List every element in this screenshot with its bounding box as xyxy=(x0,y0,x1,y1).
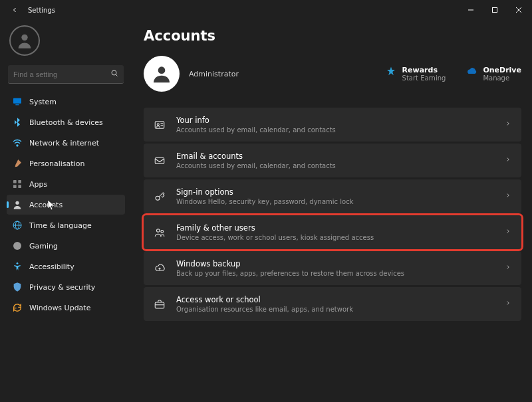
svg-rect-8 xyxy=(15,104,19,105)
window-controls xyxy=(459,1,531,19)
shield-icon xyxy=(12,282,23,292)
onedrive-icon xyxy=(466,66,477,78)
chevron-right-icon xyxy=(505,120,511,129)
promo-onedrive[interactable]: OneDrive Manage xyxy=(466,66,521,82)
back-button[interactable] xyxy=(5,1,24,19)
search-icon xyxy=(110,69,118,79)
close-button[interactable] xyxy=(507,1,531,19)
display-icon xyxy=(12,96,23,107)
svg-rect-25 xyxy=(155,157,164,163)
card-title: Email & accounts xyxy=(176,151,336,161)
nav-label: Accounts xyxy=(29,201,63,209)
search-input-wrapper[interactable] xyxy=(8,65,124,84)
nav-label: Network & internet xyxy=(29,139,99,148)
svg-point-9 xyxy=(17,145,18,146)
svg-point-22 xyxy=(157,123,159,125)
promo-sub: Start Earning xyxy=(402,74,446,82)
nav-label: Apps xyxy=(29,180,47,189)
accessibility-icon xyxy=(12,261,23,272)
nav-apps[interactable]: Apps xyxy=(7,174,125,194)
nav-privacy[interactable]: Privacy & security xyxy=(7,277,125,297)
nav-label: Gaming xyxy=(29,242,58,251)
card-email-accounts[interactable]: Email & accounts Accounts used by email,… xyxy=(144,144,521,177)
card-signin-options[interactable]: Sign-in options Windows Hello, security … xyxy=(144,179,521,213)
sidebar: System Bluetooth & devices Network & int… xyxy=(0,20,130,402)
svg-point-27 xyxy=(157,229,160,232)
nav-update[interactable]: Windows Update xyxy=(7,298,125,318)
card-subtitle: Device access, work or school users, kio… xyxy=(176,234,374,241)
svg-point-5 xyxy=(112,70,116,75)
svg-point-28 xyxy=(161,230,164,233)
promo-title: Rewards xyxy=(402,66,446,74)
nav-accessibility[interactable]: Accessibility xyxy=(7,256,125,276)
person-icon xyxy=(12,199,23,210)
card-windows-backup[interactable]: Windows backup Back up your files, apps,… xyxy=(144,251,521,285)
promo-row: Rewards Start Earning OneDrive Manage xyxy=(385,66,521,82)
nav-label: Time & language xyxy=(29,221,92,230)
card-title: Your info xyxy=(176,116,336,125)
id-card-icon xyxy=(154,119,166,131)
nav-label: Personalisation xyxy=(29,159,84,168)
svg-point-26 xyxy=(156,196,160,200)
nav-label: Accessibility xyxy=(29,262,74,271)
titlebar: Settings xyxy=(0,0,532,20)
card-work-school[interactable]: Access work or school Organisation resou… xyxy=(144,287,521,321)
nav: System Bluetooth & devices Network & int… xyxy=(7,92,125,318)
account-avatar[interactable] xyxy=(144,56,180,92)
card-subtitle: Accounts used by email, calendar, and co… xyxy=(176,126,336,134)
window-title: Settings xyxy=(28,7,55,14)
promo-title: OneDrive xyxy=(483,66,521,74)
svg-line-6 xyxy=(116,74,117,76)
card-subtitle: Windows Hello, security key, password, d… xyxy=(176,198,353,205)
nav-accounts[interactable]: Accounts xyxy=(7,195,125,215)
nav-gaming[interactable]: Gaming xyxy=(7,236,125,256)
globe-icon xyxy=(12,220,23,231)
svg-rect-13 xyxy=(18,185,21,188)
key-icon xyxy=(154,191,166,203)
svg-point-4 xyxy=(21,35,27,41)
maximize-button[interactable] xyxy=(483,1,507,19)
mail-icon xyxy=(154,155,166,167)
card-subtitle: Accounts used by email, calendar, and co… xyxy=(176,162,336,169)
minimize-button[interactable] xyxy=(459,1,483,19)
gaming-icon xyxy=(12,241,23,251)
nav-personalisation[interactable]: Personalisation xyxy=(7,153,125,173)
card-title: Sign-in options xyxy=(176,187,353,197)
card-title: Family & other users xyxy=(176,223,374,233)
nav-label: Windows Update xyxy=(29,304,90,312)
user-avatar[interactable] xyxy=(9,25,40,56)
svg-rect-11 xyxy=(18,180,21,183)
search-input[interactable] xyxy=(13,70,108,78)
nav-time[interactable]: Time & language xyxy=(7,215,125,235)
chevron-right-icon xyxy=(505,192,511,201)
nav-system[interactable]: System xyxy=(7,92,125,112)
chevron-right-icon xyxy=(505,228,511,237)
account-header-row: Administrator Rewards Start Earning OneD… xyxy=(144,56,521,92)
svg-rect-1 xyxy=(493,8,497,13)
brush-icon xyxy=(12,158,23,169)
apps-icon xyxy=(12,179,23,189)
svg-rect-12 xyxy=(13,185,17,188)
main-content: Accounts Administrator Rewards Start Ear… xyxy=(130,20,532,402)
promo-rewards[interactable]: Rewards Start Earning xyxy=(385,66,446,82)
nav-bluetooth[interactable]: Bluetooth & devices xyxy=(7,112,125,132)
svg-point-20 xyxy=(158,66,166,74)
svg-point-18 xyxy=(13,242,21,250)
card-subtitle: Back up your files, apps, preferences to… xyxy=(176,270,404,277)
card-family-other-users[interactable]: Family & other users Device access, work… xyxy=(144,215,521,249)
briefcase-icon xyxy=(154,298,166,310)
card-subtitle: Organisation resources like email, apps,… xyxy=(176,306,353,313)
chevron-right-icon xyxy=(505,156,511,165)
svg-point-19 xyxy=(17,262,19,264)
nav-label: Privacy & security xyxy=(29,283,95,292)
page-title: Accounts xyxy=(144,28,521,44)
nav-network[interactable]: Network & internet xyxy=(7,133,125,153)
svg-rect-29 xyxy=(155,302,164,308)
chevron-right-icon xyxy=(505,264,511,272)
account-name: Administrator xyxy=(189,70,239,78)
settings-cards: Your info Accounts used by email, calend… xyxy=(144,108,521,321)
nav-label: Bluetooth & devices xyxy=(29,118,103,127)
svg-point-14 xyxy=(15,201,19,205)
card-your-info[interactable]: Your info Accounts used by email, calend… xyxy=(144,108,521,142)
nav-label: System xyxy=(29,98,57,106)
